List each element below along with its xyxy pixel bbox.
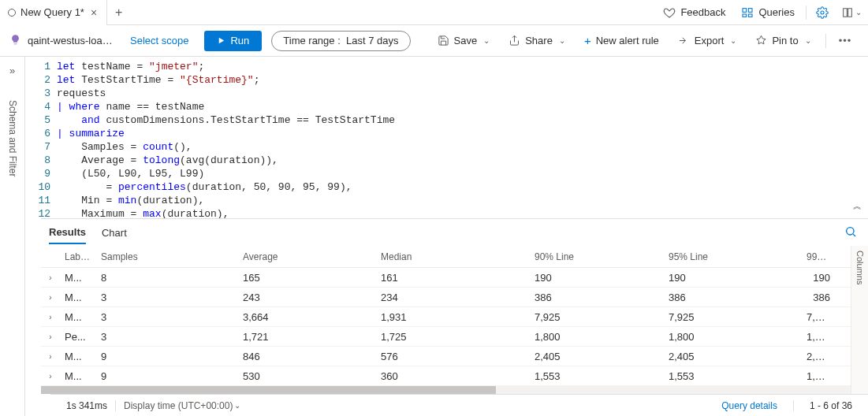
col-average[interactable]: Average bbox=[238, 251, 376, 262]
svg-rect-2 bbox=[743, 14, 747, 17]
schema-filter-rail[interactable]: » Schema and Filter bbox=[0, 57, 25, 416]
table-row[interactable]: ›M...95303601,5531,5531,553 bbox=[41, 366, 868, 386]
tab-chart[interactable]: Chart bbox=[102, 222, 127, 243]
tab-status-icon bbox=[8, 9, 16, 17]
col-p99[interactable]: 99% Line bbox=[802, 251, 835, 262]
table-row[interactable]: ›M...98465762,4052,4052,405 bbox=[41, 347, 868, 366]
svg-point-4 bbox=[821, 11, 824, 14]
chevron-down-icon: ⌄ bbox=[559, 36, 565, 45]
export-button[interactable]: Export ⌄ bbox=[670, 35, 745, 46]
play-icon bbox=[217, 36, 225, 45]
share-button[interactable]: Share ⌄ bbox=[501, 35, 573, 46]
chevron-down-icon: ⌄ bbox=[234, 401, 240, 410]
tab-title: New Query 1* bbox=[20, 6, 84, 18]
save-button[interactable]: Save ⌄ bbox=[430, 35, 498, 46]
line-gutter: 1234567891011121314 bbox=[25, 60, 57, 215]
display-time[interactable]: Display time (UTC+00:00) bbox=[124, 400, 233, 411]
col-samples[interactable]: Samples bbox=[96, 251, 238, 262]
bulb-icon bbox=[6, 34, 24, 48]
chevron-down-icon: ⌄ bbox=[855, 8, 862, 17]
code-area[interactable]: let testName = "jmeter";let TestStartTim… bbox=[57, 60, 868, 215]
share-icon bbox=[509, 35, 520, 46]
columns-rail[interactable]: Columns bbox=[851, 246, 868, 416]
svg-point-5 bbox=[847, 227, 854, 234]
queries-button[interactable]: Queries bbox=[733, 6, 803, 19]
chevron-down-icon: ⌄ bbox=[805, 36, 811, 45]
new-tab-button[interactable]: + bbox=[107, 6, 130, 20]
status-bar: 1s 341ms Display time (UTC+00:00) ⌄ Quer… bbox=[50, 394, 868, 416]
table-row[interactable]: ›M...8165161190190190 bbox=[41, 268, 868, 288]
feedback-button[interactable]: Feedback bbox=[655, 6, 733, 19]
col-label[interactable]: Label bbox=[60, 251, 96, 262]
reader-button[interactable]: ⌄ bbox=[835, 6, 868, 19]
table-row[interactable]: ›Pe...31,7211,7251,8001,8001,800 bbox=[41, 327, 868, 347]
schema-filter-label: Schema and Filter bbox=[7, 100, 18, 176]
close-icon[interactable]: × bbox=[89, 6, 99, 19]
col-p95[interactable]: 95% Line bbox=[664, 251, 802, 262]
settings-button[interactable] bbox=[810, 6, 835, 19]
elapsed-time: 1s 341ms bbox=[66, 400, 107, 411]
search-icon[interactable] bbox=[844, 225, 857, 240]
expand-row-icon[interactable]: › bbox=[41, 332, 60, 341]
queries-icon bbox=[741, 6, 754, 19]
heart-icon bbox=[663, 6, 676, 19]
toolbar: qaint-westus-load... Select scope Run Ti… bbox=[0, 25, 868, 57]
chevron-right-icon: » bbox=[9, 65, 15, 76]
tab-results[interactable]: Results bbox=[49, 221, 86, 244]
query-editor[interactable]: 1234567891011121314 let testName = "jmet… bbox=[25, 57, 868, 218]
chevron-down-icon: ⌄ bbox=[483, 36, 490, 45]
chevron-down-icon: ⌄ bbox=[730, 36, 736, 45]
expand-row-icon[interactable]: › bbox=[41, 273, 60, 282]
expand-row-icon[interactable]: › bbox=[41, 352, 60, 361]
select-scope-link[interactable]: Select scope bbox=[117, 35, 201, 46]
page-indicator: 1 - 6 of 36 bbox=[810, 400, 852, 411]
expand-icon[interactable]: ︽ bbox=[853, 200, 862, 214]
svg-rect-0 bbox=[743, 8, 747, 12]
query-tab[interactable]: New Query 1* × bbox=[0, 0, 107, 25]
tab-strip: New Query 1* × + Feedback Queries ⌄ bbox=[0, 0, 868, 25]
save-icon bbox=[438, 35, 449, 46]
book-icon bbox=[841, 6, 854, 19]
scrollbar-thumb[interactable] bbox=[41, 386, 496, 394]
pin-button[interactable]: Pin to ⌄ bbox=[747, 35, 818, 46]
resource-name[interactable]: qaint-westus-load... bbox=[28, 35, 114, 46]
expand-row-icon[interactable]: › bbox=[41, 372, 60, 381]
horizontal-scrollbar[interactable] bbox=[41, 386, 868, 394]
results-panel: Results Chart Label Samples Average Medi… bbox=[41, 218, 868, 416]
svg-rect-3 bbox=[749, 14, 753, 17]
plus-icon: + bbox=[584, 34, 591, 47]
time-range-pill[interactable]: Time range : Last 7 days bbox=[271, 31, 410, 51]
gear-icon bbox=[816, 6, 829, 19]
svg-rect-1 bbox=[749, 8, 753, 12]
run-button[interactable]: Run bbox=[204, 31, 262, 51]
table-row[interactable]: ›M...33,6641,9317,9257,9257,925 bbox=[41, 307, 868, 327]
new-alert-button[interactable]: + New alert rule bbox=[576, 34, 667, 47]
more-button[interactable]: ••• bbox=[833, 35, 859, 46]
query-details-link[interactable]: Query details bbox=[721, 400, 777, 411]
pin-icon bbox=[755, 35, 767, 46]
table-header: Label Samples Average Median 90% Line 95… bbox=[41, 246, 868, 268]
col-p90[interactable]: 90% Line bbox=[530, 251, 664, 262]
export-icon bbox=[678, 35, 690, 46]
table-row[interactable]: ›M...3243234386386386 bbox=[41, 288, 868, 307]
expand-row-icon[interactable]: › bbox=[41, 293, 60, 302]
col-median[interactable]: Median bbox=[376, 251, 530, 262]
expand-row-icon[interactable]: › bbox=[41, 313, 60, 321]
